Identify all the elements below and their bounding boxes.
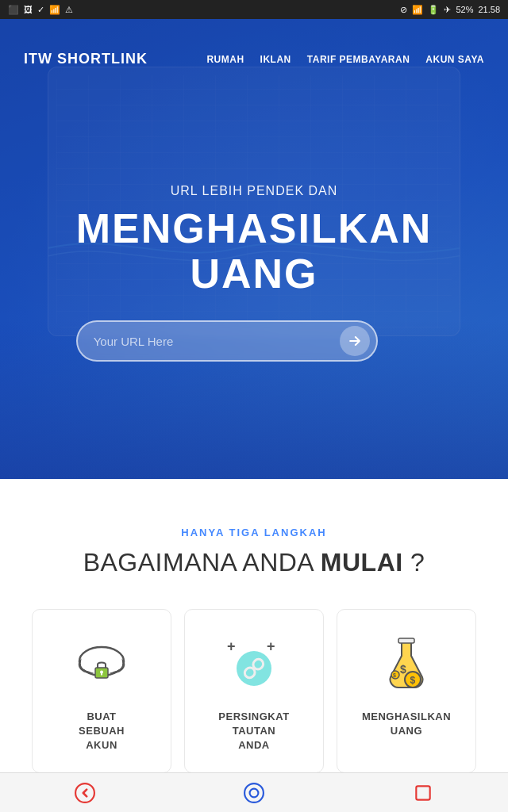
heading-prefix: BAGAIMANA ANDA bbox=[83, 548, 321, 576]
heading-bold: MULAI bbox=[321, 548, 403, 576]
nav-akun[interactable]: AKUN SAYA bbox=[425, 54, 484, 65]
card-create-label: BUATSEBUAHAKUN bbox=[79, 710, 125, 753]
hero-section: ITW SHORTLINK RUMAH IKLAN TARIF PEMBAYAR… bbox=[0, 19, 508, 479]
shorten-button[interactable] bbox=[340, 326, 370, 356]
square-icon bbox=[413, 783, 433, 803]
section-tag: HANYA TIGA LANGKAH bbox=[24, 527, 484, 538]
signal-icon: 📶 bbox=[49, 5, 60, 15]
hero-title-line1: MENGHASILKAN bbox=[76, 205, 433, 251]
check-icon: ✓ bbox=[37, 5, 44, 15]
navbar: ITW SHORTLINK RUMAH IKLAN TARIF PEMBAYAR… bbox=[0, 38, 508, 80]
svg-point-21 bbox=[244, 783, 264, 802]
status-bar-left: ⬛ 🖼 ✓ 📶 ⚠ bbox=[8, 5, 73, 15]
back-button[interactable] bbox=[67, 776, 102, 810]
card-shorten-link: + + PERSINGKATTAUTANANDA bbox=[184, 609, 324, 773]
status-bar: ⬛ 🖼 ✓ 📶 ⚠ ⊘ 📶 🔋 ✈ 52% 21.58 bbox=[0, 0, 508, 19]
navbar-links: RUMAH IKLAN TARIF PEMBAYARAN AKUN SAYA bbox=[206, 54, 484, 65]
svg-text:$: $ bbox=[410, 675, 416, 686]
svg-point-20 bbox=[75, 783, 94, 802]
section-heading: BAGAIMANA ANDA MULAI ? bbox=[24, 548, 484, 577]
bottom-nav bbox=[0, 772, 508, 812]
status-bar-right: ⊘ 📶 🔋 ✈ 52% 21.58 bbox=[400, 5, 500, 15]
heading-suffix: ? bbox=[403, 548, 425, 576]
svg-text:$: $ bbox=[393, 672, 396, 679]
battery-icon: 🔋 bbox=[428, 5, 439, 15]
chain-link-icon: + + bbox=[222, 634, 286, 697]
svg-rect-14 bbox=[398, 638, 414, 643]
svg-point-22 bbox=[250, 788, 259, 797]
time-display: 21.58 bbox=[478, 5, 500, 14]
hero-title: MENGHASILKAN UANG bbox=[76, 206, 433, 297]
potion-money-icon: $ $ $ bbox=[375, 634, 438, 697]
nav-tarif[interactable]: TARIF PEMBAYARAN bbox=[307, 54, 410, 65]
svg-rect-23 bbox=[417, 786, 430, 799]
hero-title-line2: UANG bbox=[190, 251, 318, 297]
screen-icon: ⬛ bbox=[8, 5, 19, 15]
hero-content: URL LEBIH PENDEK DAN MENGHASILKAN UANG bbox=[76, 184, 433, 362]
svg-text:+: + bbox=[227, 638, 236, 654]
home-icon bbox=[244, 783, 264, 803]
card-earn-money: $ $ $ MENGHASILKANUANG bbox=[337, 609, 476, 773]
cloud-lock-icon bbox=[70, 634, 133, 697]
hero-subtitle: URL LEBIH PENDEK DAN bbox=[76, 184, 433, 198]
wifi-icon: 📶 bbox=[412, 5, 423, 15]
alert-icon: ⚠ bbox=[65, 5, 73, 15]
photo-icon: 🖼 bbox=[24, 5, 33, 14]
navbar-brand: ITW SHORTLINK bbox=[24, 51, 148, 67]
how-to-start-section: HANYA TIGA LANGKAH BAGAIMANA ANDA MULAI … bbox=[0, 479, 508, 805]
recent-button[interactable] bbox=[406, 776, 441, 810]
mute-icon: ⊘ bbox=[400, 5, 407, 15]
cards-row: BUATSEBUAHAKUN + + PERS bbox=[24, 609, 484, 773]
airplane-icon: ✈ bbox=[444, 5, 451, 15]
card-earn-label: MENGHASILKANUANG bbox=[362, 710, 451, 738]
back-icon bbox=[75, 783, 95, 803]
url-input[interactable] bbox=[94, 335, 340, 348]
arrow-right-icon bbox=[347, 333, 363, 349]
card-create-account: BUATSEBUAHAKUN bbox=[32, 609, 171, 773]
hero-input-wrap bbox=[76, 320, 378, 362]
svg-text:+: + bbox=[267, 638, 275, 654]
svg-rect-8 bbox=[101, 673, 102, 676]
svg-text:$: $ bbox=[400, 663, 406, 676]
nav-rumah[interactable]: RUMAH bbox=[206, 54, 244, 65]
card-shorten-label: PERSINGKATTAUTANANDA bbox=[218, 710, 289, 753]
home-button[interactable] bbox=[237, 776, 271, 810]
nav-iklan[interactable]: IKLAN bbox=[260, 54, 291, 65]
battery-percent: 52% bbox=[456, 5, 473, 14]
